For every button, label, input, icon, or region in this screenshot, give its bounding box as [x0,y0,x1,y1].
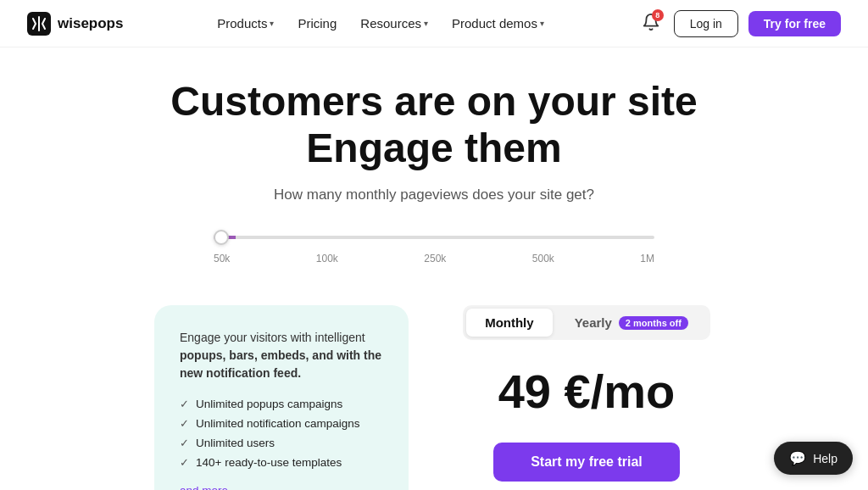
hero-headline: Customers are on your site Engage them [17,78,851,171]
features-card: Engage your visitors with intelligent po… [154,305,409,490]
help-widget[interactable]: 💬 Help [774,442,853,475]
nav-item-products[interactable]: Products ▾ [207,11,284,36]
chevron-down-icon: ▾ [540,19,544,28]
slider-label-50k: 50k [214,253,230,264]
slider-label-250k: 250k [424,253,446,264]
chevron-down-icon: ▾ [270,19,274,28]
hero-section: Customers are on your site Engage them H… [0,47,868,281]
pricing-section: Monthly Yearly 2 months off 49 €/mo Star… [459,305,714,482]
nav-links: Products ▾ Pricing Resources ▾ Product d… [207,11,554,36]
notification-bell[interactable]: 8 [638,9,664,38]
check-icon: ✓ [180,398,189,410]
nav-item-resources[interactable]: Resources ▾ [350,11,438,36]
hero-subtext: How many monthly pageviews does your sit… [17,187,851,203]
nav-item-product-demos[interactable]: Product demos ▾ [442,11,554,36]
list-item: ✓ Unlimited popups campaigns [180,398,383,410]
pageviews-slider-section: 50k 100k 250k 500k 1M [214,227,654,264]
login-button[interactable]: Log in [674,10,738,37]
slider-label-100k: 100k [316,253,338,264]
notification-badge: 8 [652,9,664,21]
pageviews-slider[interactable] [214,236,654,239]
chat-icon: 💬 [789,450,806,466]
more-link[interactable]: and more... [180,484,237,490]
slider-label-1m: 1M [640,253,654,264]
slider-wrapper [214,227,654,242]
check-icon: ✓ [180,417,189,430]
yearly-tab[interactable]: Yearly 2 months off [556,309,707,337]
chevron-down-icon: ▾ [424,19,428,28]
logo-icon [27,12,51,36]
feature-list: ✓ Unlimited popups campaigns ✓ Unlimited… [180,398,383,469]
nav-right: 8 Log in Try for free [638,9,841,38]
start-trial-button[interactable]: Start my free trial [493,443,680,482]
list-item: ✓ Unlimited users [180,437,383,449]
navbar: wisepops Products ▾ Pricing Resources ▾ … [0,0,868,47]
check-icon: ✓ [180,456,189,469]
features-intro: Engage your visitors with intelligent po… [180,329,383,382]
main-content: Engage your visitors with intelligent po… [0,281,868,490]
monthly-tab[interactable]: Monthly [466,309,553,337]
price-display: 49 €/mo [498,364,676,419]
check-icon: ✓ [180,437,189,449]
help-label: Help [813,452,837,465]
months-off-badge: 2 months off [619,316,688,330]
logo-text: wisepops [58,15,123,32]
list-item: ✓ 140+ ready-to-use templates [180,456,383,469]
slider-labels: 50k 100k 250k 500k 1M [214,253,654,264]
try-for-free-button[interactable]: Try for free [748,11,841,36]
nav-item-pricing[interactable]: Pricing [287,11,347,36]
logo[interactable]: wisepops [27,12,123,36]
slider-label-500k: 500k [532,253,554,264]
list-item: ✓ Unlimited notification campaigns [180,417,383,430]
billing-toggle: Monthly Yearly 2 months off [463,305,710,340]
